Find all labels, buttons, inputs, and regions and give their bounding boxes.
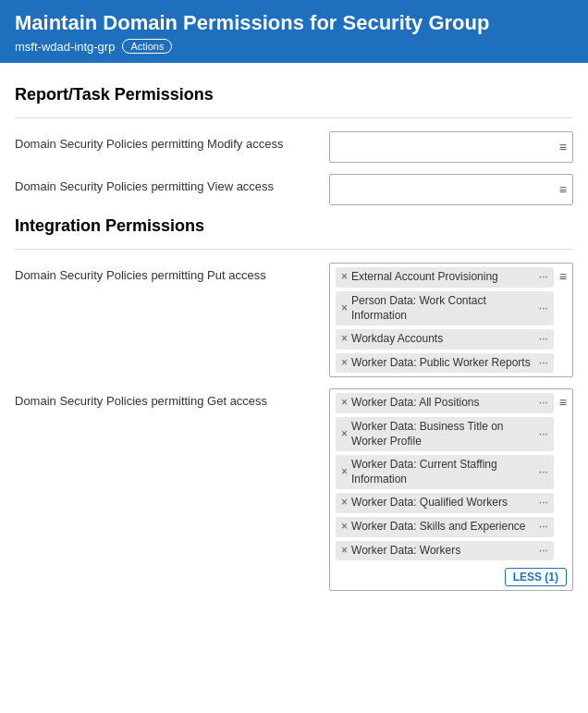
tag-more[interactable]: ···: [539, 301, 548, 316]
put-access-field[interactable]: × External Account Provisioning ··· × Pe…: [329, 263, 573, 377]
tag-text: Worker Data: Qualified Workers: [351, 496, 535, 510]
list-item: × Worker Data: Current Staffing Informat…: [336, 455, 554, 489]
tag-more[interactable]: ···: [539, 332, 548, 347]
tag-text: Worker Data: Workers: [351, 544, 535, 559]
list-item: × External Account Provisioning ···: [336, 267, 554, 288]
modify-list-icon[interactable]: ≡: [559, 140, 567, 154]
tag-remove[interactable]: ×: [341, 332, 348, 347]
get-tags-list: × Worker Data: All Positions ··· × Worke…: [336, 393, 554, 560]
view-access-row: Domain Security Policies permitting View…: [15, 174, 573, 205]
put-access-label: Domain Security Policies permitting Put …: [15, 263, 329, 282]
section-divider: [15, 117, 573, 118]
list-item: × Worker Data: Qualified Workers ···: [336, 493, 554, 513]
tag-remove[interactable]: ×: [341, 465, 348, 480]
tag-text: Worker Data: Public Worker Reports: [351, 356, 535, 371]
list-item: × Worker Data: Workers ···: [336, 541, 554, 561]
tag-more[interactable]: ···: [539, 465, 548, 480]
tag-remove[interactable]: ×: [341, 520, 348, 535]
tag-remove[interactable]: ×: [341, 356, 348, 371]
tag-remove[interactable]: ×: [341, 544, 348, 559]
list-item: × Person Data: Work Contact Information …: [336, 291, 554, 326]
security-group-name: msft-wdad-intg-grp: [15, 40, 115, 54]
tag-more[interactable]: ···: [539, 427, 548, 442]
get-list-icon[interactable]: ≡: [559, 395, 567, 410]
page-title: Maintain Domain Permissions for Security…: [15, 11, 573, 35]
view-access-label: Domain Security Policies permitting View…: [15, 174, 329, 193]
tag-text: Workday Accounts: [351, 332, 535, 347]
tag-more[interactable]: ···: [539, 496, 548, 510]
tag-remove[interactable]: ×: [341, 427, 348, 442]
tag-more[interactable]: ···: [539, 270, 548, 285]
tag-remove[interactable]: ×: [341, 396, 348, 411]
list-item: × Worker Data: Skills and Experience ···: [336, 517, 554, 537]
tag-more[interactable]: ···: [539, 520, 548, 535]
integration-section-title: Integration Permissions: [15, 216, 573, 236]
modify-access-row: Domain Security Policies permitting Modi…: [15, 131, 573, 163]
actions-badge[interactable]: Actions: [122, 39, 172, 54]
list-item: × Worker Data: Public Worker Reports ···: [336, 353, 554, 374]
page-header: Maintain Domain Permissions for Security…: [0, 0, 588, 63]
main-content: Report/Task Permissions Domain Security …: [0, 63, 588, 621]
modify-access-field[interactable]: ≡: [329, 131, 573, 163]
get-access-field[interactable]: × Worker Data: All Positions ··· × Worke…: [329, 388, 573, 591]
list-item: × Workday Accounts ···: [336, 329, 554, 350]
tag-remove[interactable]: ×: [341, 270, 348, 285]
tag-more[interactable]: ···: [539, 356, 548, 371]
tag-text: Worker Data: Business Title on Worker Pr…: [351, 420, 535, 449]
modify-access-label: Domain Security Policies permitting Modi…: [15, 131, 329, 151]
put-access-row: Domain Security Policies permitting Put …: [15, 263, 573, 377]
put-list-icon[interactable]: ≡: [559, 269, 567, 284]
tag-more[interactable]: ···: [539, 544, 548, 559]
tag-text: Worker Data: All Positions: [351, 396, 535, 411]
put-tags-list: × External Account Provisioning ··· × Pe…: [336, 267, 554, 373]
list-item: × Worker Data: All Positions ···: [336, 393, 554, 413]
get-access-label: Domain Security Policies permitting Get …: [15, 388, 329, 408]
header-subtitle: msft-wdad-intg-grp Actions: [15, 39, 573, 54]
integration-divider: [15, 249, 573, 250]
less-button[interactable]: LESS (1): [505, 568, 567, 586]
get-tags-header: × Worker Data: All Positions ··· × Worke…: [336, 393, 567, 560]
tag-more[interactable]: ···: [539, 396, 548, 411]
list-item: × Worker Data: Business Title on Worker …: [336, 417, 554, 451]
integration-section: Integration Permissions Domain Security …: [15, 216, 573, 591]
tag-remove[interactable]: ×: [341, 301, 348, 316]
put-tags-header: × External Account Provisioning ··· × Pe…: [336, 267, 567, 373]
tag-remove[interactable]: ×: [341, 496, 348, 510]
get-access-row: Domain Security Policies permitting Get …: [15, 388, 573, 591]
tag-text: Worker Data: Current Staffing Informatio…: [351, 458, 535, 486]
report-task-section: Report/Task Permissions Domain Security …: [15, 85, 573, 205]
tag-text: Person Data: Work Contact Information: [351, 294, 535, 323]
tag-text: External Account Provisioning: [351, 270, 535, 285]
report-task-section-title: Report/Task Permissions: [15, 85, 573, 104]
view-access-field[interactable]: ≡: [329, 174, 573, 205]
view-list-icon[interactable]: ≡: [559, 182, 567, 197]
tag-text: Worker Data: Skills and Experience: [351, 520, 535, 535]
